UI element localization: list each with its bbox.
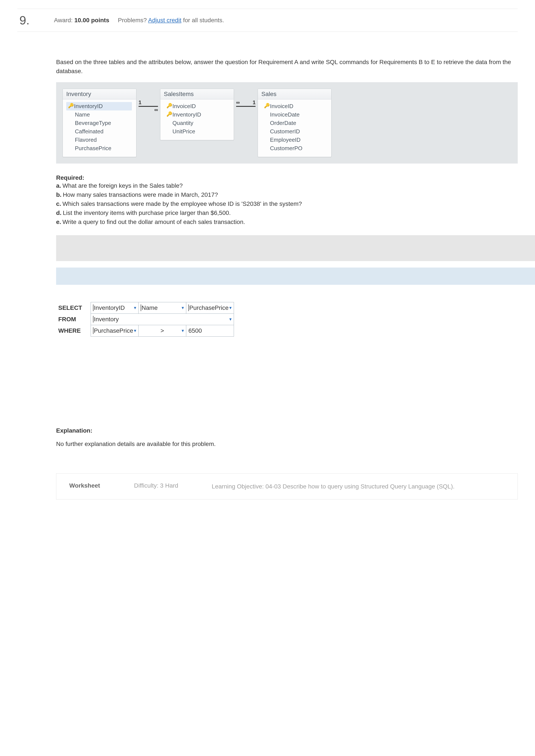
er-diagram: Inventory 🔑InventoryID Name BeverageType… [56, 82, 518, 164]
answer-block-2 [56, 268, 535, 285]
select-field-1[interactable]: InventoryID▼ [91, 302, 139, 314]
where-field[interactable]: PurchasePrice▼ [91, 325, 139, 337]
award-label: Award: 10.00 points [54, 17, 109, 24]
from-field[interactable]: Inventory▼ [91, 314, 234, 325]
where-value[interactable]: 6500 [186, 325, 234, 337]
sql-builder: SELECT InventoryID▼ Name▼ PurchasePrice▼… [56, 302, 234, 337]
explanation-text: No further explanation details are avail… [56, 441, 518, 447]
problems-text: Problems? Adjust credit for all students… [118, 17, 224, 24]
entity-salesitems: SalesItems 🔑InvoiceID 🔑InventoryID Quant… [160, 89, 234, 140]
answer-block-1 [56, 235, 535, 261]
from-keyword: FROM [56, 314, 91, 325]
required-heading: Required: [56, 174, 518, 181]
relationship-2: ∞1 [234, 89, 258, 107]
chevron-down-icon[interactable]: ▼ [181, 328, 185, 333]
chevron-down-icon[interactable]: ▼ [228, 317, 233, 322]
where-keyword: WHERE [56, 325, 91, 337]
key-icon: 🔑 [264, 103, 270, 109]
footer-learning-objective: Learning Objective: 04-03 Describe how t… [212, 482, 505, 491]
select-field-2[interactable]: Name▼ [139, 302, 186, 314]
key-icon: 🔑 [166, 111, 172, 117]
chevron-down-icon[interactable]: ▼ [181, 306, 185, 310]
required-list: a.What are the foreign keys in the Sales… [56, 181, 518, 227]
select-keyword: SELECT [56, 302, 91, 314]
footer-worksheet: Worksheet [69, 482, 121, 491]
entity-inventory: Inventory 🔑InventoryID Name BeverageType… [63, 89, 136, 157]
explanation-heading: Explanation: [56, 427, 518, 434]
chevron-down-icon[interactable]: ▼ [228, 306, 233, 310]
chevron-down-icon[interactable]: ▼ [133, 306, 137, 310]
where-operator[interactable]: >▼ [139, 325, 186, 337]
key-icon: 🔑 [166, 103, 172, 109]
select-field-3[interactable]: PurchasePrice▼ [186, 302, 234, 314]
adjust-credit-link[interactable]: Adjust credit [148, 17, 181, 23]
relationship-1: 1 ∞ [136, 89, 160, 113]
footer-box: Worksheet Difficulty: 3 Hard Learning Ob… [56, 473, 518, 500]
footer-difficulty: Difficulty: 3 Hard [134, 482, 199, 491]
question-number: 9. [17, 13, 54, 27]
chevron-down-icon[interactable]: ▼ [133, 328, 137, 333]
key-icon: 🔑 [68, 103, 74, 109]
entity-sales: Sales 🔑InvoiceID InvoiceDate OrderDate C… [258, 89, 331, 157]
question-prompt: Based on the three tables and the attrib… [56, 58, 518, 76]
question-header: 9. Award: 10.00 points Problems? Adjust … [17, 9, 518, 32]
